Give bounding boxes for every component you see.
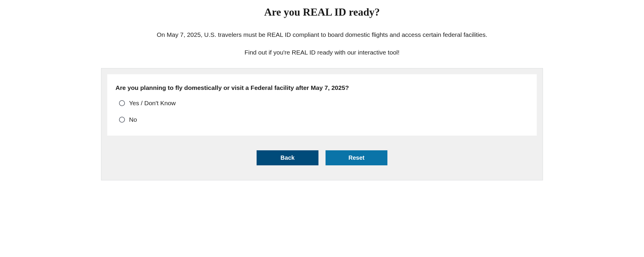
radio-label-no: No	[129, 116, 137, 123]
radio-input-yes[interactable]	[119, 100, 125, 106]
question-card: Are you planning to fly domestically or …	[107, 74, 537, 136]
radio-option-no[interactable]: No	[119, 116, 529, 123]
page-title: Are you REAL ID ready?	[101, 6, 543, 18]
question-text: Are you planning to fly domestically or …	[115, 84, 529, 91]
intro-text: On May 7, 2025, U.S. travelers must be R…	[101, 30, 543, 39]
intro-subtext: Find out if you're REAL ID ready with ou…	[101, 48, 543, 57]
radio-label-yes: Yes / Don't Know	[129, 100, 176, 107]
radio-option-yes[interactable]: Yes / Don't Know	[119, 100, 529, 107]
radio-input-no[interactable]	[119, 117, 125, 123]
form-panel: Are you planning to fly domestically or …	[101, 68, 543, 180]
reset-button[interactable]: Reset	[326, 150, 387, 165]
button-row: Back Reset	[107, 150, 537, 165]
back-button[interactable]: Back	[257, 150, 318, 165]
